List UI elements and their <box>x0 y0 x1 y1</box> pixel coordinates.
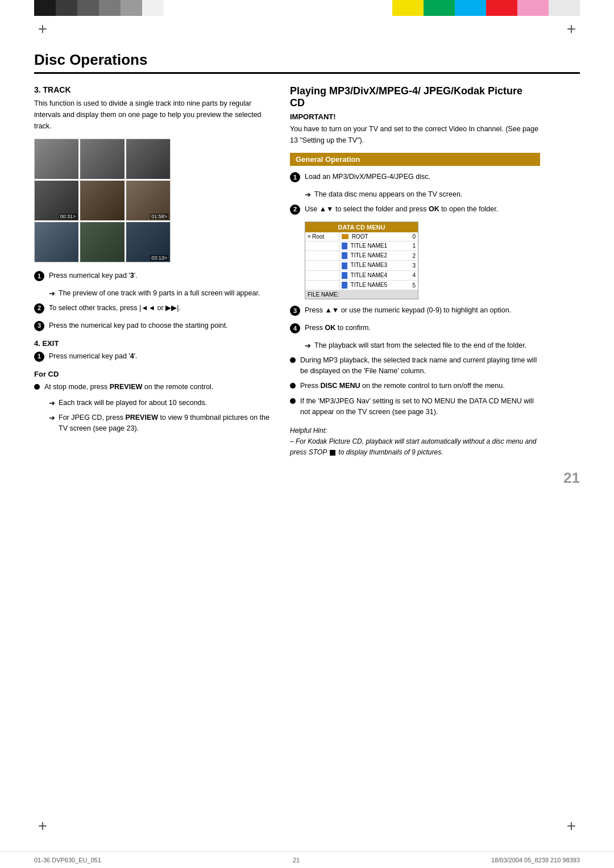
crosshair-bottom-right <box>563 817 580 834</box>
right-column: Playing MP3/DivX/MPEG-4/ JPEG/Kodak Pict… <box>290 85 540 458</box>
track-step-1-arrow-text: The preview of one track with 9 parts in… <box>59 288 260 299</box>
data-cd-right-5: TITLE NAME5 5 <box>339 281 418 290</box>
right-bullet-3: If the 'MP3/JPEG Nav' setting is set to … <box>290 396 540 418</box>
exit-step-list: 1 Press numerical key pad '4'. <box>34 351 273 362</box>
data-cd-row-5: TITLE NAME5 5 <box>305 281 418 290</box>
arrow-icon-1: ➔ <box>49 288 55 299</box>
data-cd-left-2 <box>305 251 339 260</box>
track-description: This function is used to divide a single… <box>34 98 273 132</box>
right-bullet-2-text: Press DISC MENU on the remote control to… <box>300 381 505 391</box>
color-block-2 <box>56 0 77 16</box>
right-bullet-1-text: During MP3 playback, the selected track … <box>300 355 540 377</box>
important-label: IMPORTANT! <box>290 112 540 121</box>
right-step-1: 1 Load an MP3/DivX/MPEG-4/JPEG disc. <box>290 172 540 182</box>
step-number-1: 1 <box>34 271 44 281</box>
color-block-3 <box>77 0 99 16</box>
page-number: 21 <box>563 469 580 486</box>
crosshair-top-right <box>563 20 580 37</box>
page-title: Disc Operations <box>34 51 580 74</box>
general-operation-bar: General Operation <box>290 153 540 166</box>
bullet-icon-r1 <box>290 357 296 363</box>
for-cd-bullet-1-text: At stop mode, press PREVIEW on the remot… <box>44 382 213 393</box>
file-icon-5 <box>342 282 347 289</box>
data-cd-menu: DATA CD MENU ≡ Root ROOT 0 TITLE NAME1 1 <box>305 222 418 300</box>
color-block-light <box>549 0 580 16</box>
for-cd-arrow-2: ➔ For JPEG CD, press PREVIEW to view 9 t… <box>49 412 273 434</box>
data-cd-left-root: ≡ Root <box>305 232 339 241</box>
color-block-4 <box>99 0 121 16</box>
page-footer: 01-36 DVP630_EU_051 21 18/03/2004 05_823… <box>0 852 614 868</box>
color-block-pink <box>517 0 549 16</box>
bullet-icon-r3 <box>290 398 296 404</box>
right-bullet-3-text: If the 'MP3/JPEG Nav' setting is set to … <box>300 396 540 418</box>
track-cell-1 <box>35 139 78 179</box>
data-cd-left-1 <box>305 241 339 251</box>
track-cell-7 <box>35 222 78 262</box>
right-step-num-1: 1 <box>290 172 300 182</box>
track-step-3-list: 3 Press the numerical key pad to choose … <box>34 320 273 331</box>
right-step-3-list: 3 Press ▲▼ or use the numeric keypad (0-… <box>290 305 540 316</box>
track-step-3-text: Press the numerical key pad to choose th… <box>49 320 228 331</box>
right-step-1-arrow: ➔ The data disc menu appears on the TV s… <box>305 189 540 201</box>
color-block-6 <box>142 0 164 16</box>
track-steps: 1 Press numerical key pad '3'. <box>34 270 273 281</box>
file-icon-2 <box>342 252 347 259</box>
helpful-hint-label: Helpful Hint: <box>290 427 327 435</box>
data-cd-right-4: TITLE NAME4 4 <box>339 271 418 280</box>
right-step-2-list: 2 Use ▲▼ to select the folder and press … <box>290 204 540 215</box>
track-step-1-arrow: ➔ The preview of one track with 9 parts … <box>49 288 273 299</box>
arrow-icon-r1: ➔ <box>305 189 311 201</box>
timestamp-6: 01:58> <box>150 214 168 219</box>
track-step-3: 3 Press the numerical key pad to choose … <box>34 320 273 331</box>
for-cd-bullet-1: At stop mode, press PREVIEW on the remot… <box>34 382 273 393</box>
timestamp-9: 03:13> <box>150 255 168 261</box>
track-step-2: 2 To select other tracks, press |◄◄ or ▶… <box>34 303 273 314</box>
exit-step-number-1: 1 <box>34 352 44 362</box>
right-step-4-arrow: ➔ The playback will start from the selec… <box>305 340 540 352</box>
data-cd-right-2: TITLE NAME2 2 <box>339 251 418 260</box>
data-cd-row-1: TITLE NAME1 1 <box>305 241 418 251</box>
footer-right: 18/03/2004 05_8239 210 98393 <box>491 857 580 863</box>
data-cd-row-4: TITLE NAME4 4 <box>305 271 418 281</box>
right-step-2: 2 Use ▲▼ to select the folder and press … <box>290 204 540 215</box>
track-step-1: 1 Press numerical key pad '3'. <box>34 270 273 281</box>
right-step-num-3: 3 <box>290 306 300 316</box>
color-block-1 <box>34 0 56 16</box>
right-step-4-list: 4 Press OK to confirm. <box>290 323 540 333</box>
for-cd-title: For CD <box>34 370 273 378</box>
track-step-1-text: Press numerical key pad '3'. <box>49 270 138 281</box>
right-step-1-list: 1 Load an MP3/DivX/MPEG-4/JPEG disc. <box>290 172 540 182</box>
page-content: Disc Operations 3. TRACK This function i… <box>0 40 614 521</box>
right-bullet-list: During MP3 playback, the selected track … <box>290 355 540 418</box>
color-block-5 <box>121 0 142 16</box>
color-block-yellow <box>392 0 424 16</box>
right-bullet-2: Press DISC MENU on the remote control to… <box>290 381 540 391</box>
track-cell-4: 00:31> <box>35 181 78 220</box>
file-icon-4 <box>342 272 347 279</box>
track-section-title: 3. TRACK <box>34 85 273 94</box>
footer-center: 21 <box>293 857 300 863</box>
track-cell-5 <box>80 181 124 220</box>
color-block-red <box>486 0 517 16</box>
top-color-bar <box>0 0 614 16</box>
data-cd-row-2: TITLE NAME2 2 <box>305 251 418 261</box>
data-cd-right-3: TITLE NAME3 3 <box>339 261 418 270</box>
track-step-2-text: To select other tracks, press |◄◄ or ▶▶|… <box>49 303 181 314</box>
track-grid: 00:31> 01:58> 03:13> <box>34 139 171 262</box>
exit-section-title: 4. EXIT <box>34 339 273 348</box>
right-step-2-text: Use ▲▼ to select the folder and press OK… <box>305 204 498 215</box>
track-cell-8 <box>80 222 124 262</box>
track-cell-2 <box>80 139 124 179</box>
file-icon-3 <box>342 262 347 269</box>
arrow-icon-cd-1: ➔ <box>49 398 55 409</box>
file-icon-1 <box>342 243 347 249</box>
arrow-icon-r4: ➔ <box>305 340 311 352</box>
data-cd-right-1: TITLE NAME1 1 <box>339 241 418 251</box>
data-cd-row-3: TITLE NAME3 3 <box>305 261 418 270</box>
crosshair-bottom-left <box>34 817 51 834</box>
color-block-green <box>424 0 455 16</box>
footer-left: 01-36 DVP630_EU_051 <box>34 857 101 863</box>
data-cd-footer: FILE NAME: <box>305 290 418 299</box>
stop-icon <box>330 450 335 456</box>
track-cell-3 <box>126 139 170 179</box>
